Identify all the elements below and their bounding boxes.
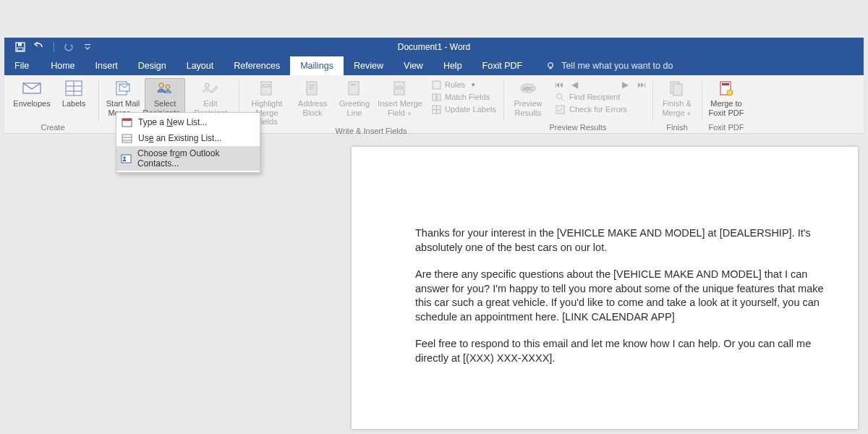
menu-choose-from-outlook-label: Choose from Outlook Contacts... (137, 148, 252, 169)
svg-point-5 (548, 63, 553, 67)
tab-foxit[interactable]: Foxit PDF (472, 56, 533, 75)
merge-to-foxit-button[interactable]: Merge to Foxit PDF (706, 78, 746, 117)
group-foxit: Merge to Foxit PDF Foxit PDF (702, 77, 751, 133)
finish-merge-button[interactable]: Finish & Merge▼ (657, 78, 697, 117)
check-errors-label: Check for Errors (569, 105, 627, 114)
document-area: Thanks for your interest in the [VEHICLE… (4, 134, 864, 434)
select-recipients-icon (155, 80, 175, 97)
svg-rect-26 (396, 87, 402, 89)
greeting-label1: Greeting (339, 99, 370, 109)
greeting-line-button[interactable]: Greeting Line (334, 78, 375, 117)
window-title: Document1 - Word (4, 42, 864, 52)
word-window: Document1 - Word File Home Insert Design… (4, 38, 864, 434)
svg-rect-17 (261, 82, 271, 95)
qat-customize-icon[interactable] (82, 41, 93, 53)
svg-point-42 (727, 90, 733, 95)
tell-me-search[interactable]: Tell me what you want to do (532, 56, 673, 75)
last-record-icon[interactable]: ⏭ (637, 80, 647, 90)
update-labels-button[interactable]: Update Labels (428, 103, 499, 115)
next-record-icon[interactable]: ▶ (621, 80, 631, 90)
find-recipient-button[interactable]: Find Recipient (553, 91, 648, 103)
menu-type-new-list[interactable]: Type a New List... (116, 114, 260, 130)
svg-rect-37 (556, 106, 564, 114)
envelopes-button[interactable]: Envelopes (12, 78, 52, 109)
tab-layout[interactable]: Layout (176, 56, 224, 75)
tab-home[interactable]: Home (41, 56, 85, 75)
preview-results-label1: Preview (514, 99, 542, 109)
tab-mailings[interactable]: Mailings (290, 56, 344, 75)
rules-icon (431, 80, 441, 90)
group-preview-results: ABC Preview Results ⏮ ◀ ▶ ⏭ Find (503, 77, 652, 133)
envelopes-label: Envelopes (13, 99, 50, 109)
quick-access-toolbar (4, 41, 93, 53)
ribbon-tab-strip: File Home Insert Design Layout Reference… (4, 56, 864, 75)
insert-merge-field-label1: Insert Merge (378, 99, 422, 109)
svg-rect-39 (673, 84, 682, 95)
finish-merge-label1: Finish & (663, 99, 692, 109)
check-errors-icon (556, 104, 566, 114)
prev-record-icon[interactable]: ◀ (570, 80, 580, 90)
svg-rect-4 (85, 44, 90, 45)
group-finish: Finish & Merge▼ Finish (652, 77, 702, 133)
type-new-list-icon (121, 116, 132, 128)
match-fields-label: Match Fields (445, 93, 490, 101)
rules-button[interactable]: Rules▼ (428, 79, 499, 90)
save-icon[interactable] (14, 41, 26, 53)
envelope-icon (22, 80, 42, 97)
menu-use-existing-list[interactable]: Use an Existing List... (116, 130, 260, 146)
svg-rect-44 (122, 119, 132, 121)
first-record-icon[interactable]: ⏮ (554, 80, 564, 90)
tab-view[interactable]: View (393, 56, 433, 75)
tab-design[interactable]: Design (128, 56, 176, 75)
lightbulb-icon (545, 61, 556, 71)
tab-review[interactable]: Review (344, 56, 393, 75)
document-paragraph: Are there any specific questions about t… (415, 268, 833, 324)
tab-references[interactable]: References (224, 56, 290, 75)
labels-button[interactable]: Labels (54, 78, 94, 109)
greeting-label2: Line (347, 109, 362, 118)
start-mail-merge-label1: Start Mail (106, 99, 140, 109)
tab-insert[interactable]: Insert (85, 56, 128, 75)
chevron-down-icon: ▼ (686, 111, 692, 117)
preview-results-button[interactable]: ABC Preview Results (508, 78, 548, 117)
svg-rect-2 (17, 48, 23, 51)
document-page[interactable]: Thanks for your interest in the [VEHICLE… (352, 147, 858, 429)
group-preview-results-label: Preview Results (508, 123, 648, 133)
group-foxit-label: Foxit PDF (706, 123, 746, 133)
svg-rect-28 (433, 94, 436, 101)
qat-separator (54, 42, 54, 52)
tab-help[interactable]: Help (433, 56, 472, 75)
menu-choose-from-outlook[interactable]: Choose from Outlook Contacts... (116, 146, 260, 171)
update-labels-label: Update Labels (445, 105, 496, 114)
svg-rect-48 (122, 155, 131, 163)
address-block-icon (302, 80, 323, 97)
document-paragraph: Thanks for your interest in the [VEHICLE… (415, 226, 833, 255)
group-finish-label: Finish (657, 123, 697, 133)
highlight-merge-fields-icon (257, 80, 277, 97)
svg-point-35 (557, 93, 562, 98)
svg-line-36 (561, 98, 564, 101)
tell-me-placeholder: Tell me what you want to do (561, 61, 673, 71)
finish-merge-icon (667, 80, 687, 97)
group-write-insert-fields: Highlight Merge Fields Address Block Gre… (239, 77, 503, 133)
svg-point-15 (166, 85, 170, 89)
insert-merge-field-button[interactable]: Insert Merge Field▼ (376, 78, 424, 117)
record-nav[interactable]: ⏮ ◀ ▶ ⏭ (553, 79, 648, 90)
address-block-label2: Block (303, 109, 323, 118)
svg-point-49 (123, 156, 125, 158)
address-block-button[interactable]: Address Block (292, 78, 333, 117)
use-existing-list-icon (121, 132, 132, 144)
tab-file[interactable]: File (4, 56, 41, 75)
outlook-contacts-icon (121, 153, 132, 164)
undo-icon[interactable] (33, 41, 45, 53)
svg-rect-45 (122, 135, 132, 142)
svg-rect-27 (433, 81, 441, 89)
find-recipient-label: Find Recipient (569, 93, 620, 101)
redo-icon[interactable] (63, 41, 75, 53)
match-fields-button[interactable]: Match Fields (428, 91, 499, 103)
select-recipients-menu: Type a New List... Use an Existing List.… (116, 112, 260, 173)
svg-rect-23 (349, 82, 359, 95)
foxit-pdf-icon (716, 80, 736, 97)
check-errors-button[interactable]: Check for Errors (553, 103, 648, 115)
menu-type-new-list-label: Type a New List... (138, 117, 207, 127)
